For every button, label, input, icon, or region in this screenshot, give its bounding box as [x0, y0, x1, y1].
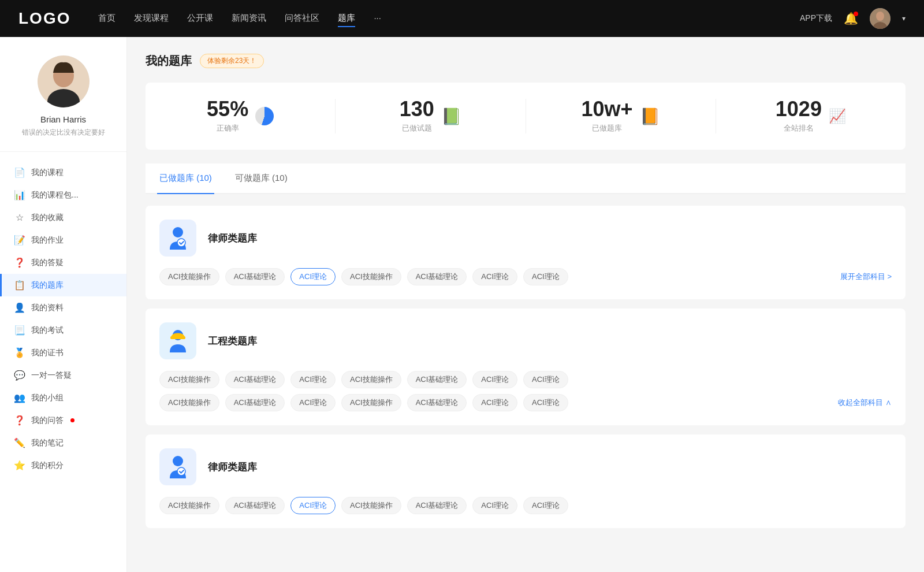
tag-2-14[interactable]: ACI理论 — [523, 394, 568, 411]
tag-2-12[interactable]: ACI基础理论 — [407, 394, 467, 411]
tag-1-7[interactable]: ACI理论 — [523, 268, 568, 285]
notification-bell[interactable]: 🔔 — [844, 12, 858, 25]
tag-2-4[interactable]: ACI技能操作 — [341, 371, 401, 388]
sidebar-item-qa[interactable]: ❓ 我的答疑 — [0, 251, 126, 274]
qbank-card-engineer: 工程类题库 ACI技能操作 ACI基础理论 ACI理论 ACI技能操作 ACI基… — [146, 309, 906, 425]
qbank-header-2: 工程类题库 — [159, 322, 892, 359]
user-avatar-nav[interactable] — [870, 8, 891, 29]
expand-link-1[interactable]: 展开全部科目 > — [840, 272, 892, 282]
qbank-header-3: 律师类题库 — [159, 448, 892, 485]
sidebar-label-myqa: 我的问答 — [31, 415, 64, 426]
stat-banks-number: 10w+ — [582, 99, 633, 120]
tag-2-5[interactable]: ACI基础理论 — [407, 371, 467, 388]
logo: LOGO — [18, 9, 70, 28]
tab-done[interactable]: 已做题库 (10) — [157, 164, 214, 194]
stat-rank-text: 1029 全站排名 — [776, 99, 822, 133]
tag-1-3[interactable]: ACI理论 — [290, 268, 336, 285]
user-dropdown-arrow[interactable]: ▾ — [902, 14, 906, 23]
sidebar-item-questionbank[interactable]: 📋 我的题库 — [0, 274, 126, 296]
sidebar-item-packages[interactable]: 📊 我的课程包... — [0, 184, 126, 206]
tag-2-11[interactable]: ACI技能操作 — [341, 394, 401, 411]
sidebar-label-exam: 我的考试 — [31, 325, 64, 336]
tag-1-4[interactable]: ACI技能操作 — [341, 268, 401, 285]
tag-1-6[interactable]: ACI理论 — [472, 268, 517, 285]
sidebar: Brian Harris 错误的决定比没有决定要好 📄 我的课程 📊 我的课程包… — [0, 37, 127, 572]
sidebar-item-favorites[interactable]: ☆ 我的收藏 — [0, 206, 126, 229]
sidebar-item-exam[interactable]: 📃 我的考试 — [0, 319, 126, 341]
collapse-link-2[interactable]: 收起全部科目 ∧ — [838, 398, 892, 408]
tag-1-1[interactable]: ACI技能操作 — [159, 268, 219, 285]
profile-motto: 错误的决定比没有决定要好 — [22, 128, 105, 138]
stat-banks-label: 已做题库 — [582, 123, 633, 133]
nav-news[interactable]: 新闻资讯 — [232, 10, 266, 27]
tag-2-13[interactable]: ACI理论 — [472, 394, 517, 411]
sidebar-item-certificate[interactable]: 🏅 我的证书 — [0, 341, 126, 364]
app-download-button[interactable]: APP下载 — [800, 13, 832, 24]
stat-done-label: 已做试题 — [400, 123, 434, 133]
sidebar-label-questionbank: 我的题库 — [31, 280, 64, 291]
stat-rank-label: 全站排名 — [776, 123, 822, 133]
stat-banks-text: 10w+ 已做题库 — [582, 99, 633, 133]
tag-2-9[interactable]: ACI基础理论 — [225, 394, 285, 411]
sidebar-item-myqa[interactable]: ❓ 我的问答 — [0, 409, 126, 432]
svg-point-10 — [173, 456, 183, 466]
stat-accuracy-label: 正确率 — [207, 123, 248, 133]
tag-2-6[interactable]: ACI理论 — [472, 371, 517, 388]
tag-2-8[interactable]: ACI技能操作 — [159, 394, 219, 411]
qbank-title-2: 工程类题库 — [208, 335, 257, 348]
tag-3-3[interactable]: ACI理论 — [290, 497, 336, 514]
courses-icon: 📄 — [14, 167, 25, 178]
tag-1-5[interactable]: ACI基础理论 — [407, 268, 467, 285]
sidebar-item-points[interactable]: ⭐ 我的积分 — [0, 454, 126, 477]
tag-3-2[interactable]: ACI基础理论 — [225, 497, 285, 514]
nav-opencourse[interactable]: 公开课 — [187, 10, 213, 27]
qbank-tags-2-row2: ACI技能操作 ACI基础理论 ACI理论 ACI技能操作 ACI基础理论 AC… — [159, 394, 892, 411]
tag-3-7[interactable]: ACI理论 — [523, 497, 568, 514]
sidebar-label-profile: 我的资料 — [31, 303, 64, 313]
tag-3-6[interactable]: ACI理论 — [472, 497, 517, 514]
sidebar-item-profile[interactable]: 👤 我的资料 — [0, 296, 126, 319]
tabs-row: 已做题库 (10) 可做题库 (10) — [146, 164, 906, 194]
nav-more[interactable]: ··· — [374, 10, 381, 27]
myqa-icon: ❓ — [14, 415, 25, 426]
tag-2-10[interactable]: ACI理论 — [290, 394, 336, 411]
sidebar-item-notes[interactable]: ✏️ 我的笔记 — [0, 432, 126, 454]
stat-rank-number: 1029 — [776, 99, 822, 120]
nav-home[interactable]: 首页 — [98, 10, 116, 27]
sidebar-item-courses[interactable]: 📄 我的课程 — [0, 161, 126, 184]
accuracy-pie-chart — [255, 107, 274, 125]
tag-3-4[interactable]: ACI技能操作 — [341, 497, 401, 514]
stat-accuracy-number: 55% — [207, 99, 248, 120]
tag-2-3[interactable]: ACI理论 — [290, 371, 336, 388]
tag-2-7[interactable]: ACI理论 — [523, 371, 568, 388]
qbank-card-lawyer-2: 律师类题库 ACI技能操作 ACI基础理论 ACI理论 ACI技能操作 ACI基… — [146, 434, 906, 528]
qbank-tags-2-row1: ACI技能操作 ACI基础理论 ACI理论 ACI技能操作 ACI基础理论 AC… — [159, 371, 892, 388]
nav-qa[interactable]: 问答社区 — [285, 10, 319, 27]
questionbank-icon: 📋 — [14, 280, 25, 291]
myqa-badge — [70, 418, 74, 422]
tag-2-2[interactable]: ACI基础理论 — [225, 371, 285, 388]
tag-2-1[interactable]: ACI技能操作 — [159, 371, 219, 388]
tag-1-2[interactable]: ACI基础理论 — [225, 268, 285, 285]
sidebar-label-certificate: 我的证书 — [31, 348, 64, 358]
tab-todo[interactable]: 可做题库 (10) — [233, 164, 290, 194]
sidebar-item-tutoring[interactable]: 💬 一对一答疑 — [0, 364, 126, 387]
page-title: 我的题库 — [146, 53, 192, 69]
tabs-container: 已做题库 (10) 可做题库 (10) — [146, 164, 906, 194]
sidebar-item-group[interactable]: 👥 我的小组 — [0, 387, 126, 409]
profile-name: Brian Harris — [40, 114, 86, 124]
tag-3-5[interactable]: ACI基础理论 — [407, 497, 467, 514]
tag-3-1[interactable]: ACI技能操作 — [159, 497, 219, 514]
points-icon: ⭐ — [14, 460, 25, 471]
stat-done-number: 130 — [400, 99, 434, 120]
doc-green-icon: 📗 — [441, 107, 461, 126]
qbank-tags-1: ACI技能操作 ACI基础理论 ACI理论 ACI技能操作 ACI基础理论 AC… — [159, 268, 892, 285]
sidebar-label-group: 我的小组 — [31, 393, 64, 403]
qa-icon: ❓ — [14, 257, 25, 268]
sidebar-item-homework[interactable]: 📝 我的作业 — [0, 229, 126, 251]
nav-discover[interactable]: 发现课程 — [134, 10, 169, 27]
nav-questionbank[interactable]: 题库 — [338, 10, 355, 27]
qbank-card-lawyer-1: 律师类题库 ACI技能操作 ACI基础理论 ACI理论 ACI技能操作 ACI基… — [146, 206, 906, 299]
stat-rank: 1029 全站排名 📈 — [716, 99, 906, 133]
qbank-header-1: 律师类题库 — [159, 220, 892, 257]
